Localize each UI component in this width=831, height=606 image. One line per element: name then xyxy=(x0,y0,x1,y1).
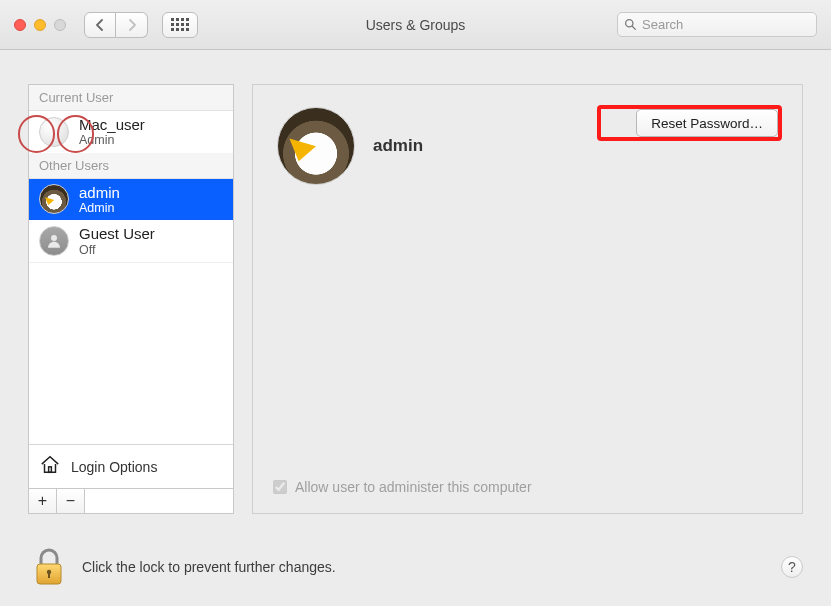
reset-password-button[interactable]: Reset Password… xyxy=(636,109,778,137)
zoom-icon[interactable] xyxy=(54,19,66,31)
allow-admin-checkbox-input[interactable] xyxy=(273,480,287,494)
user-role-label: Off xyxy=(79,243,155,257)
chevron-right-icon xyxy=(127,19,137,31)
add-user-button[interactable]: + xyxy=(29,489,57,513)
svg-point-2 xyxy=(51,235,57,241)
user-item-mac-user[interactable]: Mac_user Admin xyxy=(29,111,233,153)
users-sidebar: Current User Mac_user Admin Other Users … xyxy=(28,84,234,514)
svg-rect-6 xyxy=(48,572,50,578)
remove-user-button[interactable]: − xyxy=(57,489,85,513)
show-all-button[interactable] xyxy=(162,12,198,38)
grid-icon xyxy=(171,18,189,31)
search-icon xyxy=(624,18,637,31)
svg-rect-3 xyxy=(49,467,52,473)
login-options-item[interactable]: Login Options xyxy=(29,444,233,488)
allow-admin-label: Allow user to administer this computer xyxy=(295,479,532,495)
section-header-current-user: Current User xyxy=(29,85,233,111)
allow-admin-checkbox[interactable]: Allow user to administer this computer xyxy=(273,479,532,495)
help-button[interactable]: ? xyxy=(781,556,803,578)
user-role-label: Admin xyxy=(79,201,120,215)
minimize-icon[interactable] xyxy=(34,19,46,31)
user-name-label: Guest User xyxy=(79,225,155,242)
detail-user-name: admin xyxy=(373,136,423,156)
svg-line-1 xyxy=(632,26,635,29)
user-name-label: admin xyxy=(79,184,120,201)
user-item-admin[interactable]: admin Admin xyxy=(29,179,233,221)
section-header-other-users: Other Users xyxy=(29,153,233,179)
user-item-guest[interactable]: Guest User Off xyxy=(29,220,233,262)
search-input[interactable] xyxy=(642,17,810,32)
forward-button[interactable] xyxy=(116,12,148,38)
lock-icon[interactable] xyxy=(28,546,70,588)
avatar-eagle-icon xyxy=(39,184,69,214)
back-button[interactable] xyxy=(84,12,116,38)
lock-text: Click the lock to prevent further change… xyxy=(82,559,336,575)
detail-avatar-icon[interactable] xyxy=(277,107,355,185)
user-detail-panel: admin Reset Password… Allow user to admi… xyxy=(252,84,803,514)
chevron-left-icon xyxy=(95,19,105,31)
house-icon xyxy=(39,454,61,479)
avatar-baseball-icon xyxy=(39,117,69,147)
window-controls xyxy=(14,19,66,31)
login-options-label: Login Options xyxy=(71,459,157,475)
search-field[interactable] xyxy=(617,12,817,37)
close-icon[interactable] xyxy=(14,19,26,31)
avatar-guest-icon xyxy=(39,226,69,256)
